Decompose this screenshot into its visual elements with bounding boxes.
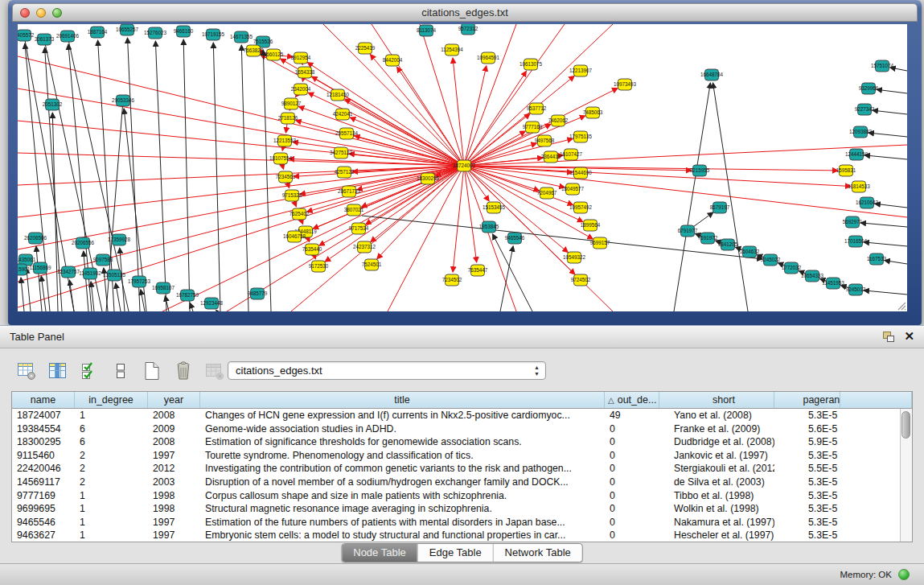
graph-node[interactable]: 5692971 — [843, 216, 863, 228]
graph-node[interactable]: 9485779 — [248, 288, 268, 299]
graph-node[interactable]: 10655257 — [116, 24, 139, 35]
graph-node[interactable]: 12213907 — [569, 65, 593, 76]
graph-node[interactable]: 16107427 — [560, 149, 583, 160]
row-height-icon[interactable] — [110, 360, 131, 381]
graph-node[interactable]: 11544690 — [569, 167, 592, 179]
graph-node[interactable]: 1887164 — [88, 27, 108, 38]
graph-node[interactable]: 8679197 — [710, 202, 730, 213]
graph-node[interactable]: 8442004 — [383, 55, 403, 66]
column-header-year[interactable]: year — [148, 392, 200, 408]
graph-node[interactable]: 17957253 — [128, 276, 151, 287]
graph-node[interactable]: 15153455 — [483, 202, 506, 213]
graph-node[interactable]: 2342004 — [291, 84, 311, 95]
graph-node[interactable]: 1167533 — [867, 253, 887, 265]
tab-edge-table[interactable]: Edge Table — [418, 544, 494, 562]
network-canvas[interactable]: 2405572306137320691406188716410655257152… — [18, 24, 907, 311]
show-columns-icon[interactable] — [47, 360, 68, 381]
graph-node[interactable]: 1953845 — [479, 221, 499, 233]
float-panel-icon[interactable] — [882, 331, 895, 343]
graph-node[interactable]: 8912954 — [291, 52, 311, 64]
graph-node[interactable]: 3061373 — [35, 34, 55, 45]
table-settings-icon[interactable] — [16, 360, 37, 381]
graph-node[interactable]: 1604632 — [740, 246, 760, 257]
column-header-out_de[interactable]: △out_de... — [605, 392, 659, 408]
graph-node[interactable]: 9227343 — [855, 104, 875, 115]
graph-node[interactable]: 17975135 — [569, 131, 593, 142]
graph-node[interactable]: 9497568 — [535, 135, 555, 146]
graph-node[interactable]: 15751074 — [871, 60, 894, 72]
graph-node[interactable]: 9841205 — [718, 239, 738, 250]
table-row[interactable]: 969969511998Structural magnetic resonanc… — [12, 502, 912, 516]
table-row[interactable]: 1872400712008Changes of HCN gene express… — [12, 409, 912, 422]
table-row[interactable]: 1456911722003Disruption of a novel membe… — [12, 476, 912, 489]
graph-node[interactable]: 12444159 — [845, 149, 869, 160]
table-row[interactable]: 1830029562008Estimation of significance … — [12, 435, 912, 449]
graph-node[interactable]: 7234502 — [442, 274, 462, 286]
table-row[interactable]: 946362711997Embryonic stem cells: a mode… — [12, 529, 912, 542]
graph-node[interactable]: 14671355 — [230, 31, 253, 43]
graph-node[interactable]: 11254394 — [441, 44, 463, 56]
graph-node[interactable]: 12342757 — [57, 266, 80, 278]
graph-node[interactable]: 10549322 — [563, 252, 586, 263]
graph-node[interactable]: 9699157 — [590, 237, 610, 249]
graph-node[interactable]: 29053346 — [112, 95, 135, 106]
graph-node[interactable]: 7485063 — [583, 107, 603, 118]
graph-node[interactable]: 7635447 — [468, 265, 488, 276]
graph-node[interactable]: 20691406 — [56, 31, 80, 42]
table-row[interactable]: 977716911998Corpus callosum shape and si… — [12, 489, 912, 503]
graph-node[interactable]: 9777169 — [523, 122, 543, 133]
graph-node[interactable]: 3807021 — [344, 204, 364, 216]
column-header-short[interactable]: short — [659, 392, 774, 408]
column-header-name[interactable]: name — [12, 392, 75, 408]
graph-node[interactable]: 9245022 — [761, 254, 781, 266]
graph-node[interactable]: 9329966 — [859, 83, 879, 94]
graph-node[interactable]: 9572312 — [458, 24, 478, 35]
graph-node[interactable]: 18107554 — [269, 153, 293, 164]
table-row[interactable]: 911546021997Tourette syndrome. Phenomeno… — [12, 449, 912, 463]
graph-node[interactable]: 7524501 — [362, 259, 382, 270]
graph-node[interactable]: 2405572 — [18, 30, 35, 41]
graph-node[interactable]: 7462062 — [548, 115, 569, 126]
graph-node[interactable]: 12213553 — [273, 135, 297, 146]
network-graph[interactable]: 2405572306137320691406188716410655257152… — [18, 24, 907, 311]
column-header-pagerank[interactable]: pagerank — [774, 392, 840, 408]
graph-node[interactable]: 9466160 — [174, 26, 194, 37]
graph-node[interactable]: 11814533 — [848, 181, 870, 192]
table-row[interactable]: 1938455462009Genome-wide association stu… — [12, 422, 912, 436]
graph-node[interactable]: 10654333 — [801, 270, 824, 282]
graph-node[interactable]: 18049577 — [561, 183, 585, 195]
graph-node[interactable]: 1899564 — [581, 220, 601, 231]
graph-node[interactable]: 9245012 — [846, 284, 866, 295]
graph-node[interactable]: 10719155 — [202, 29, 225, 40]
graph-node[interactable]: 11451953 — [822, 278, 844, 289]
graph-node[interactable]: 9465546 — [505, 233, 525, 244]
graph-node[interactable]: 16210643 — [856, 197, 879, 208]
graph-node[interactable]: 2718126 — [278, 113, 298, 124]
graph-node[interactable]: 4257122 — [335, 167, 355, 178]
table-row[interactable]: 946554611997Estimation of the future num… — [12, 516, 912, 529]
tab-node-table[interactable]: Node Table — [342, 544, 418, 562]
graph-node[interactable]: 6791977 — [678, 225, 698, 237]
graph-node[interactable]: 7204967 — [537, 187, 557, 199]
graph-node[interactable]: 1772032 — [782, 262, 802, 274]
create-table-icon[interactable] — [142, 360, 162, 381]
graph-node[interactable]: 7625402 — [290, 208, 310, 220]
graph-node[interactable]: 9724502 — [571, 274, 591, 286]
graph-node[interactable]: 9172530 — [309, 261, 329, 272]
graph-node[interactable]: 7691972 — [698, 233, 718, 244]
graph-node[interactable]: 20557134 — [335, 128, 359, 139]
tab-network-table[interactable]: Network Table — [494, 544, 582, 562]
graph-node[interactable]: 11451902 — [79, 268, 101, 279]
scrollbar-thumb[interactable] — [901, 411, 910, 439]
column-header-title[interactable]: title — [200, 392, 605, 408]
table-selector-dropdown[interactable]: citations_edges.txt ▲▼ — [228, 361, 546, 380]
graph-node[interactable]: 8215955 — [690, 165, 710, 176]
import-table-disabled-icon[interactable] — [204, 360, 225, 381]
graph-node[interactable]: 8113074 — [417, 25, 437, 36]
graph-node[interactable]: 2051302 — [43, 99, 63, 110]
graph-node[interactable]: 12093882 — [849, 126, 873, 138]
graph-node[interactable]: 16958107 — [152, 282, 175, 294]
graph-node[interactable]: 15276023 — [144, 27, 167, 39]
graph-node[interactable]: 28671733 — [338, 186, 361, 197]
vertical-scrollbar[interactable] — [900, 409, 912, 542]
